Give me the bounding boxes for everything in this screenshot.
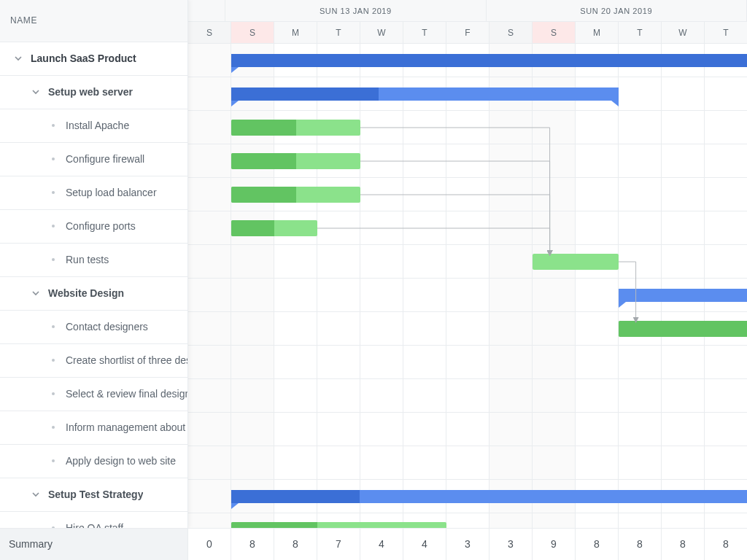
summary-row: Summary 0887443398888	[0, 528, 747, 560]
task-row[interactable]: Hire QA staff	[0, 512, 187, 528]
bullet-icon	[48, 225, 58, 228]
summary-bar[interactable]	[231, 54, 747, 67]
task-bar[interactable]	[231, 153, 360, 169]
task-bar[interactable]	[231, 220, 317, 236]
timeline-row[interactable]	[188, 346, 747, 379]
gantt-app: NAME Launch SaaS ProductSetup web server…	[0, 0, 747, 560]
task-list-header: NAME	[0, 0, 187, 42]
chevron-down-icon[interactable]	[31, 289, 41, 297]
timeline-row[interactable]	[188, 178, 747, 211]
bullet-icon	[48, 426, 58, 429]
progress-fill	[231, 187, 296, 203]
task-row[interactable]: Website Design	[0, 277, 187, 311]
day-header-cell: F	[446, 22, 489, 43]
day-header-cell: T	[317, 22, 360, 43]
task-bar[interactable]	[231, 187, 360, 203]
day-header-cell: S	[489, 22, 533, 43]
task-row[interactable]: Apply design to web site	[0, 445, 187, 478]
timeline-row[interactable]	[188, 44, 747, 77]
task-list-rows: Launch SaaS ProductSetup web serverInsta…	[0, 42, 187, 528]
bullet-icon	[48, 392, 58, 395]
day-header-cell: T	[705, 22, 747, 43]
timeline-row[interactable]	[188, 413, 747, 446]
summary-bar[interactable]	[231, 88, 619, 101]
summary-cell: 3	[446, 529, 489, 560]
task-row[interactable]: Configure ports	[0, 210, 187, 244]
progress-fill	[619, 321, 747, 337]
timeline-body[interactable]	[188, 44, 747, 528]
bullet-icon	[48, 124, 58, 127]
summary-cell: 3	[489, 529, 533, 560]
task-label: Create shortlist of three designers	[58, 354, 187, 366]
day-header-cell: T	[619, 22, 662, 43]
task-bar[interactable]	[231, 522, 446, 528]
task-bar[interactable]	[619, 321, 747, 337]
task-label: Contact designers	[58, 321, 148, 332]
task-row[interactable]: Install Apache	[0, 109, 187, 143]
bullet-icon	[48, 258, 58, 261]
summary-bar[interactable]	[231, 490, 747, 503]
task-row[interactable]: Contact designers	[0, 311, 187, 344]
summary-bar[interactable]	[619, 289, 747, 302]
task-row[interactable]: Create shortlist of three designers	[0, 344, 187, 378]
timeline-row[interactable]	[188, 312, 747, 346]
chevron-down-icon[interactable]	[31, 491, 41, 498]
bullet-icon	[48, 359, 58, 362]
day-header-cell: S	[533, 22, 576, 43]
chevron-down-icon[interactable]	[13, 55, 23, 62]
task-row[interactable]: Setup web server	[0, 76, 187, 109]
bullet-icon	[48, 526, 58, 527]
bullet-icon	[48, 325, 58, 328]
task-bar[interactable]	[533, 254, 619, 270]
day-header-cell: S	[231, 22, 274, 43]
task-row[interactable]: Configure firewall	[0, 143, 187, 176]
week-header-empty	[188, 0, 225, 21]
progress-fill	[231, 522, 317, 528]
task-label: Install Apache	[58, 120, 129, 131]
summary-cell: 8	[231, 529, 274, 560]
task-row[interactable]: Setup Test Strategy	[0, 478, 187, 512]
timeline-row[interactable]	[188, 211, 747, 245]
summary-cell: 8	[662, 529, 705, 560]
task-row[interactable]: Setup load balancer	[0, 176, 187, 210]
timeline-row[interactable]	[188, 144, 747, 178]
summary-cells: 0887443398888	[188, 529, 747, 560]
timeline-row[interactable]	[188, 111, 747, 144]
timeline-row[interactable]	[188, 77, 747, 111]
task-label: Setup web server	[41, 86, 133, 98]
task-row[interactable]: Run tests	[0, 244, 187, 277]
task-bar[interactable]	[231, 120, 360, 136]
day-header-cell: M	[576, 22, 619, 43]
task-list-panel: NAME Launch SaaS ProductSetup web server…	[0, 0, 188, 528]
timeline-row[interactable]	[188, 245, 747, 279]
task-label: Setup Test Strategy	[41, 489, 143, 500]
timeline-row[interactable]	[188, 480, 747, 513]
name-column-header: NAME	[10, 15, 37, 26]
timeline-row[interactable]	[188, 279, 747, 312]
timeline-header: SUN 13 JAN 2019SUN 20 JAN 2019 SSMTWTFSS…	[188, 0, 747, 44]
task-label: Select & review final design	[58, 388, 187, 400]
week-header: SUN 13 JAN 2019	[225, 0, 486, 21]
summary-label-cell: Summary	[0, 529, 188, 560]
bullet-icon	[48, 158, 58, 160]
progress-fill	[231, 120, 296, 136]
summary-cell: 8	[576, 529, 619, 560]
task-label: Setup load balancer	[58, 187, 157, 198]
task-row[interactable]: Launch SaaS Product	[0, 42, 187, 76]
task-row[interactable]: Inform management about decision	[0, 411, 187, 445]
task-label: Configure ports	[58, 220, 136, 232]
task-label: Apply design to web site	[58, 455, 176, 467]
bullet-icon	[48, 191, 58, 194]
timeline-row[interactable]	[188, 446, 747, 480]
task-row[interactable]: Select & review final design	[0, 378, 187, 411]
summary-cell: 9	[533, 529, 576, 560]
summary-cell: 8	[274, 529, 317, 560]
main-area: NAME Launch SaaS ProductSetup web server…	[0, 0, 747, 528]
progress-fill	[231, 153, 296, 169]
task-label: Hire QA staff	[58, 522, 123, 527]
timeline-row[interactable]	[188, 513, 747, 528]
bullet-icon	[48, 459, 58, 462]
timeline-row[interactable]	[188, 379, 747, 413]
timeline-rows	[188, 44, 747, 528]
chevron-down-icon[interactable]	[31, 88, 41, 96]
